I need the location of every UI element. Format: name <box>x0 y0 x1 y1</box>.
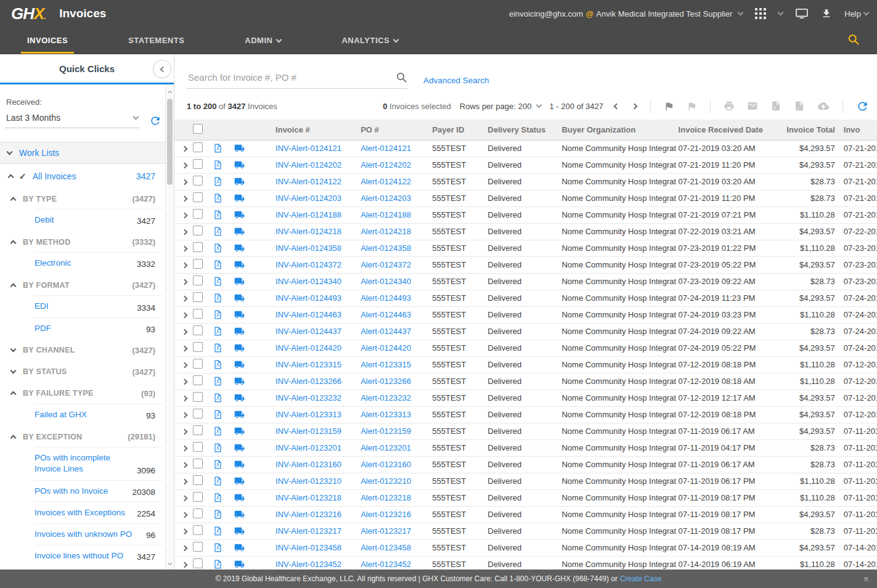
po-number-link[interactable]: Alert-0123315 <box>354 356 427 373</box>
column-header-po[interactable]: PO # <box>354 120 427 140</box>
search-input[interactable] <box>187 71 396 83</box>
po-number-link[interactable]: Alert-0123232 <box>354 390 427 406</box>
row-checkbox[interactable] <box>193 176 203 186</box>
invoice-number-link[interactable]: INV-Alert-0123210 <box>263 473 354 489</box>
row-checkbox[interactable] <box>193 409 203 419</box>
pdf-document-icon[interactable] <box>213 160 222 170</box>
worklist-item[interactable]: PDF 93 <box>35 317 163 339</box>
invoice-number-link[interactable]: INV-Alert-0124372 <box>263 256 354 273</box>
pdf-document-icon[interactable] <box>213 526 222 536</box>
select-all-checkbox[interactable] <box>193 124 203 134</box>
po-number-link[interactable]: Alert-0123216 <box>354 506 427 523</box>
worklist-item[interactable]: EDI 3334 <box>35 295 163 317</box>
column-header-invoice-date[interactable]: Invo <box>840 120 877 140</box>
row-checkbox[interactable] <box>193 292 203 302</box>
column-header-buyer-org[interactable]: Buyer Organization <box>555 120 675 140</box>
truck-icon[interactable] <box>234 476 245 486</box>
worklist-section-header[interactable]: BY STATUS (3427) <box>5 361 163 382</box>
tab-invoices[interactable]: INVOICES <box>25 27 70 54</box>
row-expand-icon[interactable] <box>182 412 188 419</box>
invoice-number-link[interactable]: INV-Alert-0123160 <box>263 456 354 473</box>
app-grid-icon[interactable] <box>755 8 766 19</box>
prev-page-button[interactable] <box>612 104 621 108</box>
truck-icon[interactable] <box>234 509 245 520</box>
pdf-document-icon[interactable] <box>213 276 222 287</box>
flag-icon[interactable] <box>662 101 676 112</box>
pdf-document-icon[interactable] <box>213 293 222 303</box>
invoice-number-link[interactable]: INV-Alert-0124203 <box>263 190 354 206</box>
invoice-number-link[interactable]: INV-Alert-0124340 <box>263 273 354 290</box>
row-expand-icon[interactable] <box>182 362 188 369</box>
create-case-link[interactable]: Create Case <box>620 574 661 583</box>
truck-icon[interactable] <box>234 293 245 303</box>
advanced-search-link[interactable]: Advanced Search <box>423 76 489 85</box>
pdf-document-icon[interactable] <box>213 326 222 337</box>
pdf-document-icon[interactable] <box>213 376 222 386</box>
row-checkbox[interactable] <box>193 359 203 369</box>
pdf-document-icon[interactable] <box>213 393 222 403</box>
po-number-link[interactable]: Alert-0124340 <box>354 273 427 290</box>
row-expand-icon[interactable] <box>182 312 188 319</box>
row-checkbox[interactable] <box>193 508 203 518</box>
invoice-number-link[interactable]: INV-Alert-0124202 <box>263 157 354 173</box>
sidebar-scrollbar[interactable] <box>165 86 174 570</box>
row-checkbox[interactable] <box>193 459 203 468</box>
received-dropdown[interactable]: Last 3 Months <box>5 113 139 128</box>
pdf-document-icon[interactable] <box>213 143 222 153</box>
app-grid-chevron-icon[interactable] <box>778 10 784 16</box>
truck-icon[interactable] <box>234 326 245 337</box>
worklist-item[interactable]: Debit 3427 <box>35 209 163 231</box>
cloud-download-icon[interactable] <box>815 100 831 112</box>
export-excel-icon[interactable]: x <box>792 100 807 112</box>
next-page-button[interactable] <box>630 104 639 108</box>
truck-icon[interactable] <box>234 193 245 203</box>
row-expand-icon[interactable] <box>182 263 188 269</box>
pdf-document-icon[interactable] <box>213 193 222 203</box>
worklist-item[interactable]: POs with no Invoice 20308 <box>35 480 163 502</box>
row-checkbox[interactable] <box>193 276 203 285</box>
invoice-number-link[interactable]: INV-Alert-0123313 <box>263 406 354 423</box>
pdf-document-icon[interactable] <box>213 509 222 520</box>
email-icon[interactable] <box>745 100 760 112</box>
worklist-item[interactable]: POs with incomplete Invoice Lines 3096 <box>35 447 163 480</box>
pdf-document-icon[interactable] <box>213 176 222 187</box>
pdf-document-icon[interactable] <box>213 343 222 353</box>
po-number-link[interactable]: Alert-0123266 <box>354 373 427 390</box>
invoice-number-link[interactable]: INV-Alert-0123216 <box>263 506 354 523</box>
pdf-document-icon[interactable] <box>213 359 222 370</box>
search-submit-icon[interactable] <box>396 71 407 83</box>
worklist-section-header[interactable]: BY FAILURE TYPE (93) <box>5 382 163 404</box>
invoice-number-link[interactable]: INV-Alert-0124437 <box>263 323 354 340</box>
po-number-link[interactable]: Alert-0123452 <box>354 556 427 570</box>
row-checkbox[interactable] <box>193 492 203 502</box>
row-expand-icon[interactable] <box>182 213 188 219</box>
refresh-icon[interactable] <box>854 100 871 113</box>
row-expand-icon[interactable] <box>182 163 188 169</box>
worklist-item[interactable]: Invoices with unknown PO 96 <box>35 523 163 545</box>
po-number-link[interactable]: Alert-0123201 <box>354 439 427 456</box>
po-number-link[interactable]: Alert-0124420 <box>354 340 427 356</box>
row-checkbox[interactable] <box>193 542 203 552</box>
po-number-link[interactable]: Alert-0124463 <box>354 306 427 323</box>
truck-icon[interactable] <box>234 160 245 170</box>
row-expand-icon[interactable] <box>182 462 188 468</box>
invoice-number-link[interactable]: INV-Alert-0123452 <box>263 556 354 570</box>
row-checkbox[interactable] <box>193 375 203 385</box>
truck-icon[interactable] <box>234 393 245 403</box>
po-number-link[interactable]: Alert-0124188 <box>354 206 427 223</box>
truck-icon[interactable] <box>234 343 245 353</box>
pdf-document-icon[interactable] <box>213 542 222 553</box>
po-number-link[interactable]: Alert-0124218 <box>354 223 427 240</box>
worklist-all-invoices[interactable]: ✓ All Invoices 3427 <box>5 164 163 187</box>
worklist-section-header[interactable]: BY METHOD (3332) <box>5 231 163 252</box>
pdf-document-icon[interactable] <box>213 492 222 503</box>
column-header-payer[interactable]: Payer ID <box>427 120 481 140</box>
row-checkbox[interactable] <box>193 192 203 202</box>
po-number-link[interactable]: Alert-0123217 <box>354 523 427 539</box>
row-expand-icon[interactable] <box>182 545 188 552</box>
column-header-invoice-total[interactable]: Invoice Total <box>773 120 840 140</box>
row-expand-icon[interactable] <box>182 529 188 535</box>
invoice-number-link[interactable]: INV-Alert-0124122 <box>263 173 354 190</box>
row-checkbox[interactable] <box>193 525 203 535</box>
row-checkbox[interactable] <box>193 159 203 169</box>
